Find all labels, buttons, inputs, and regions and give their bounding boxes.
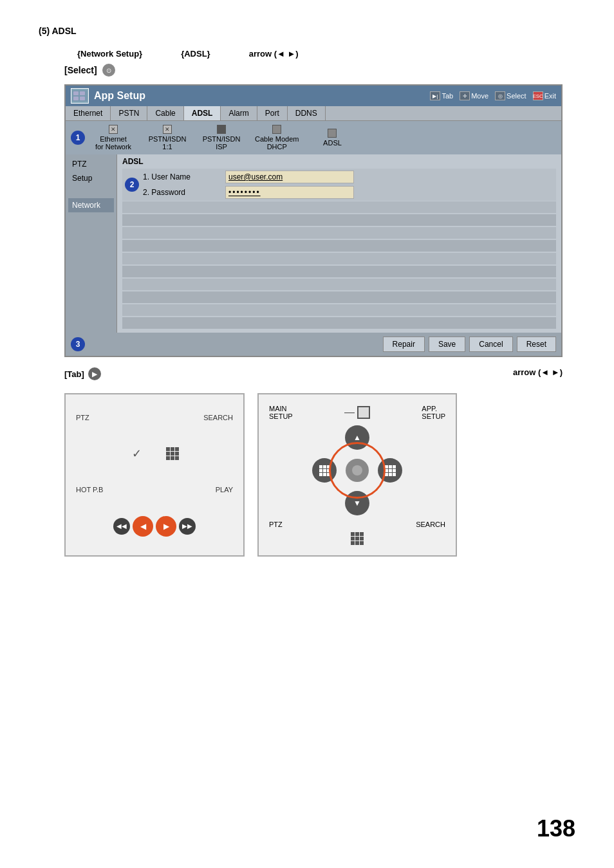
select-icon-ctrl: ◎ [495,91,505,100]
pstn-label: PSTN/ISDN1:1 [149,135,187,151]
rewind-fast-btn[interactable]: ◀◀ [113,518,130,535]
network-option-pstn-isp[interactable]: PSTN/ISDNISP [196,124,247,152]
select-ctrl: ◎ Select [495,91,526,100]
arrow-instruction: arrow (◄ ►) [513,367,563,380]
sidebar-setup[interactable]: Setup [68,171,114,185]
minus-icon: — [344,407,355,418]
adsl-checkbox[interactable] [328,129,337,138]
network-option-cable[interactable]: Cable ModemDHCP [250,124,304,152]
striped-row-1 [122,201,556,213]
username-input[interactable] [225,171,354,183]
tab-icon: ▶| [430,91,440,100]
password-label: 2. Password [143,188,220,197]
select-label: [Select] [64,65,97,75]
esc-ctrl-label: Exit [544,92,556,100]
svg-rect-3 [73,97,79,100]
network-type-row: 1 Ethernetfor Network PSTN/ISDN1:1 PSTN/… [66,121,561,154]
tab-alarm[interactable]: Alarm [221,106,257,120]
striped-row-9 [122,304,556,316]
network-option-pstn[interactable]: PSTN/ISDN1:1 [142,124,193,152]
step2-circle: 2 [125,178,139,192]
cancel-button[interactable]: Cancel [469,337,512,352]
panel-controls: ▶| Tab ✛ Move ◎ Select ESC Exit [426,91,556,100]
adsl-option-label: ADSL [323,139,342,147]
striped-row-7 [122,279,556,290]
hot-pb-label: HOT P.B [76,486,103,494]
right-ptz-label: PTZ [269,521,283,528]
play-btn[interactable]: ▶ [156,516,176,537]
main-content: ADSL 2 1. User Name 2. Password [117,154,561,333]
pstn-isp-checkbox[interactable] [217,125,226,134]
right-dpad-right[interactable] [378,458,402,483]
move-icon: ✛ [460,91,470,100]
striped-row-2 [122,214,556,226]
svg-rect-2 [80,91,85,95]
step3-circle: 3 [71,337,85,351]
right-dpad: ▲ ▼ [312,425,402,515]
arrow-label: arrow (◄ ►) [249,49,299,59]
app-setup-label: APP.SETUP [422,405,445,420]
right-dpad-center[interactable] [346,459,369,482]
striped-row-3 [122,227,556,239]
cable-checkbox[interactable] [272,125,281,134]
forward-btn[interactable]: ▶▶ [179,518,196,535]
move-ctrl: ✛ Move [460,91,488,100]
play-label: PLAY [216,486,233,494]
below-panel: [Tab] ▶ arrow (◄ ►) [64,367,563,380]
right-dpad-left[interactable] [312,458,337,483]
right-search-label: SEARCH [416,521,445,528]
right-dpad-down[interactable]: ▼ [345,491,369,515]
select-row: [Select] ⊙ [64,64,575,77]
tab-ddns[interactable]: DDNS [288,106,326,120]
save-button[interactable]: Save [429,337,465,352]
minus-icon-area: — [344,405,370,420]
app-setup-panel: App Setup ▶| Tab ✛ Move ◎ Select ESC Exi… [64,84,563,357]
tab-icon-below: ▶ [88,367,101,380]
panel-icon [71,88,89,104]
esc-icon: ESC [533,91,543,100]
ptz-label: PTZ [76,414,89,421]
network-option-ethernet[interactable]: Ethernetfor Network [88,124,139,152]
remotes-row: PTZ SEARCH ✓ HOT P.B PLAY [64,393,575,557]
password-input[interactable] [225,186,354,199]
playback-controls: ◀◀ ◀ ▶ ▶▶ [113,516,196,537]
main-setup-label: MAINSETUP [269,405,293,420]
left-remote-bottom: HOT P.B PLAY [76,486,233,494]
left-remote: PTZ SEARCH ✓ HOT P.B PLAY [64,393,245,557]
tab-cable[interactable]: Cable [147,106,183,120]
ethernet-checkbox[interactable] [109,125,118,134]
tab-instruction: [Tab] ▶ [64,367,101,380]
bottom-grid-icon [351,532,364,545]
striped-row-10 [122,317,556,329]
sidebar-ptz[interactable]: PTZ [68,157,114,171]
adsl-section: ADSL 2 1. User Name 2. Password [117,154,561,333]
grid-icon-left [166,447,179,460]
sidebar-network[interactable]: Network [68,198,114,212]
square-icon [357,406,370,419]
network-option-adsl[interactable]: ADSL [306,127,358,148]
left-sidebar: PTZ Setup Network [66,154,117,333]
reset-button[interactable]: Reset [517,337,556,352]
tab-pstn[interactable]: PSTN [111,106,147,120]
pstn-checkbox[interactable] [163,125,172,134]
cable-label: Cable ModemDHCP [255,135,299,151]
tab-port[interactable]: Port [257,106,288,120]
right-remote-header: MAINSETUP — APP.SETUP [269,405,445,420]
tab-ctrl: ▶| Tab [430,91,453,100]
adsl-section-label: ADSL [122,157,556,166]
striped-row-4 [122,240,556,252]
tab-ctrl-label: Tab [442,92,453,100]
panel-title: App Setup [94,90,145,102]
right-dpad-up[interactable]: ▲ [345,425,369,450]
checkmark-icon: ✓ [124,444,149,463]
svg-rect-1 [73,91,79,95]
section-title: (5) ADSL [39,26,575,36]
repair-button[interactable]: Repair [383,337,425,352]
right-remote-bottom-labels: PTZ SEARCH [269,521,445,528]
rewind-btn[interactable]: ◀ [133,516,153,537]
network-setup-label: {Network Setup} [77,49,142,59]
striped-row-5 [122,253,556,264]
pstn-isp-label: PSTN/ISDNISP [203,135,241,151]
tab-adsl[interactable]: ADSL [184,106,221,120]
tab-ethernet[interactable]: Ethernet [66,106,111,120]
